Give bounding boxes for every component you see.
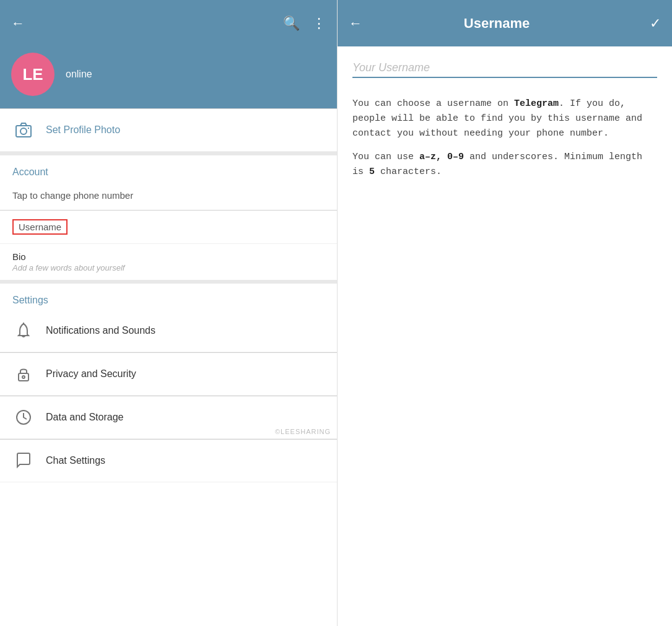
camera-icon [12,119,35,141]
bio-title: Bio [12,251,325,262]
right-header-title: Username [362,15,631,32]
data-storage-label: Data and Storage [46,412,123,423]
confirm-icon[interactable]: ✓ [650,15,661,32]
username-input-section [338,46,672,84]
bio-item[interactable]: Bio Add a few words about yourself [0,244,337,280]
clock-icon [12,406,35,428]
chat-icon [12,450,35,472]
more-menu-icon[interactable]: ⋮ [312,15,326,32]
svg-point-5 [22,376,25,378]
header-icons: 🔍 ⋮ [283,15,326,32]
privacy-label: Privacy and Security [46,368,136,380]
chat-settings-item[interactable]: Chat Settings [0,440,337,482]
description-paragraph-1: You can choose a username on Telegram. I… [352,97,657,141]
lock-icon [12,363,35,385]
avatar[interactable]: LE [11,53,55,96]
set-profile-photo-item[interactable]: Set Profile Photo [0,109,337,152]
data-storage-item[interactable]: Data and Storage ©LEESHARING [0,396,337,439]
username-description: You can choose a username on Telegram. I… [338,84,672,201]
phone-number-item[interactable]: Tap to change phone number [0,181,337,210]
chat-settings-label: Chat Settings [46,455,105,466]
allowed-chars: a–z, 0–9 [419,152,464,162]
description-paragraph-2: You can use a–z, 0–9 and underscores. Mi… [352,150,657,180]
right-panel: ← Username ✓ You can choose a username o… [338,0,672,626]
privacy-item[interactable]: Privacy and Security [0,353,337,396]
svg-rect-4 [19,373,28,381]
back-icon[interactable]: ← [11,15,25,32]
account-section-label: Account [0,155,337,181]
watermark: ©LEESHARING [275,428,331,435]
svg-rect-0 [16,126,31,137]
left-panel: ← 🔍 ⋮ LE online Set Profile Photo Accoun… [0,0,338,626]
settings-section-label: Settings [0,284,337,310]
set-profile-photo-label: Set Profile Photo [46,124,120,136]
min-length: 5 [369,167,375,177]
username-input[interactable] [352,59,657,78]
bio-subtitle: Add a few words about yourself [12,263,325,272]
svg-point-1 [20,128,27,134]
left-header: ← 🔍 ⋮ [0,0,337,46]
right-header: ← Username ✓ [338,0,672,46]
right-back-icon[interactable]: ← [349,15,362,32]
search-icon[interactable]: 🔍 [283,15,300,32]
profile-section: LE online [0,46,337,108]
notifications-item[interactable]: Notifications and Sounds [0,310,337,352]
username-label: Username [12,219,68,235]
notifications-label: Notifications and Sounds [46,325,155,336]
phone-placeholder: Tap to change phone number [12,190,133,201]
bell-icon [12,320,35,342]
online-status: online [66,69,92,80]
username-item[interactable]: Username [0,211,337,244]
telegram-brand: Telegram [514,98,559,109]
